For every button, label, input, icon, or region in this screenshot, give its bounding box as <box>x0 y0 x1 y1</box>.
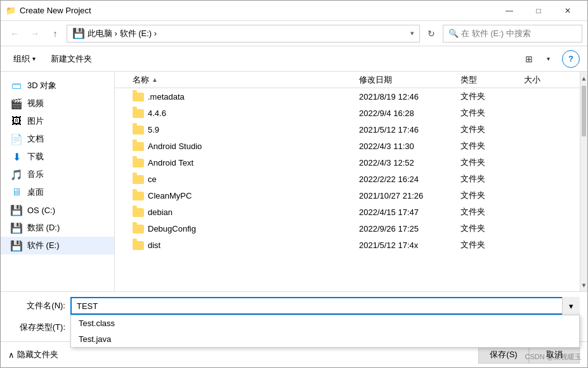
new-folder-button[interactable]: 新建文件夹 <box>46 51 97 67</box>
file-row[interactable]: CleanMyPC 2021/10/27 21:26 文件夹 <box>115 187 580 204</box>
video-icon: 🎬 <box>11 98 22 109</box>
folder-icon <box>133 223 144 233</box>
main-content: 🗃 3D 对象 🎬 视频 🖼 图片 📄 文档 ⬇ 下载 🎵 音乐 <box>1 72 587 291</box>
hidden-toggle-icon: ∧ <box>8 350 15 360</box>
address-box[interactable]: 💾 此电脑 › 软件 (E:) › ▾ <box>67 25 420 43</box>
refresh-button[interactable]: ↻ <box>422 25 440 43</box>
file-row[interactable]: debian 2022/4/15 17:47 文件夹 <box>115 204 580 220</box>
scroll-thumb[interactable] <box>582 86 586 136</box>
file-type: 文件夹 <box>461 107 524 119</box>
file-date: 2021/5/12 17:4x <box>359 240 461 250</box>
file-type: 文件夹 <box>461 239 524 251</box>
scroll-up-button[interactable]: ▲ <box>580 72 587 84</box>
filetype-label: 保存类型(T): <box>8 322 65 333</box>
sidebar-item-music[interactable]: 🎵 音乐 <box>1 166 114 183</box>
file-list: .metadata 2021/8/19 12:46 文件夹 4.4.6 2022… <box>115 88 580 291</box>
file-date: 2021/8/19 12:46 <box>359 92 461 102</box>
hidden-files-toggle[interactable]: ∧ 隐藏文件夹 <box>8 349 58 360</box>
file-row[interactable]: .metadata 2021/8/19 12:46 文件夹 <box>115 88 580 105</box>
sidebar-item-downloads[interactable]: ⬇ 下载 <box>1 148 114 166</box>
folder-icon <box>133 108 144 118</box>
file-date: 2022/4/3 11:30 <box>359 141 461 151</box>
search-input[interactable] <box>461 29 577 38</box>
folder-icon <box>133 91 144 102</box>
view-button[interactable]: ⊞ <box>520 50 538 68</box>
filename-input[interactable] <box>70 297 580 315</box>
col-size-header[interactable]: 大小 <box>524 74 575 86</box>
file-row[interactable]: Android Studio 2022/4/3 11:30 文件夹 <box>115 138 580 154</box>
sidebar-item-3d[interactable]: 🗃 3D 对象 <box>1 77 114 95</box>
osdrive-icon: 💾 <box>11 204 22 216</box>
sidebar-label-documents: 文档 <box>27 133 44 145</box>
save-button[interactable]: 保存(S) <box>478 346 529 364</box>
minimize-button[interactable]: — <box>495 1 524 21</box>
new-folder-label: 新建文件夹 <box>51 53 92 65</box>
autocomplete-item[interactable]: Test.java <box>71 331 579 347</box>
scroll-down-button[interactable]: ▼ <box>580 279 587 291</box>
file-name: .metadata <box>148 92 359 102</box>
sidebar-label-osdrive: OS (C:) <box>27 206 55 215</box>
file-name: DebugConfig <box>148 224 359 233</box>
up-button[interactable]: ↑ <box>46 25 64 43</box>
datadrive-icon: 💾 <box>11 222 22 233</box>
file-row[interactable]: 5.9 2021/5/12 17:46 文件夹 <box>115 121 580 138</box>
sidebar-item-desktop[interactable]: 🖥 桌面 <box>1 183 114 201</box>
filename-row: 文件名(N): ▾ Test.class Test.java <box>8 297 580 315</box>
file-name: Android Text <box>148 158 359 168</box>
sidebar-item-osdrive[interactable]: 💾 OS (C:) <box>1 201 114 219</box>
file-type: 文件夹 <box>461 140 524 152</box>
search-box[interactable]: 🔍 <box>443 25 582 43</box>
watermark: CSDN @某视暖玉 <box>525 352 582 362</box>
file-area: 名称 ▲ 修改日期 类型 大小 .metadata 2021/8/19 12:4… <box>115 72 580 291</box>
col-date-header[interactable]: 修改日期 <box>359 74 461 86</box>
sidebar-item-video[interactable]: 🎬 视频 <box>1 95 114 112</box>
sidebar: 🗃 3D 对象 🎬 视频 🖼 图片 📄 文档 ⬇ 下载 🎵 音乐 <box>1 72 115 291</box>
sidebar-label-pictures: 图片 <box>27 115 44 127</box>
sidebar-item-documents[interactable]: 📄 文档 <box>1 130 114 148</box>
sidebar-label-3d: 3D 对象 <box>27 80 56 91</box>
forward-button[interactable]: → <box>26 25 44 43</box>
view-controls: ⊞ ▾ <box>520 50 557 68</box>
sidebar-item-pictures[interactable]: 🖼 图片 <box>1 112 114 130</box>
col-type-header[interactable]: 类型 <box>461 74 524 86</box>
file-name: ce <box>148 174 359 184</box>
view-chevron-button[interactable]: ▾ <box>539 50 557 68</box>
3d-icon: 🗃 <box>11 80 22 91</box>
file-row[interactable]: 4.4.6 2022/9/4 16:28 文件夹 <box>115 105 580 121</box>
file-date: 2022/2/22 16:24 <box>359 174 461 184</box>
autocomplete-item[interactable]: Test.class <box>71 315 579 331</box>
sidebar-label-video: 视频 <box>27 98 44 109</box>
sidebar-label-desktop: 桌面 <box>27 187 44 198</box>
close-button[interactable]: ✕ <box>553 1 582 21</box>
organize-chevron-icon: ▾ <box>32 55 36 62</box>
organize-button[interactable]: 组织 ▾ <box>8 51 41 67</box>
autocomplete-dropdown: Test.class Test.java <box>70 315 580 348</box>
file-row[interactable]: DebugConfig 2022/9/26 17:25 文件夹 <box>115 220 580 237</box>
titlebar: 📁 Create New Project — □ ✕ <box>1 1 587 21</box>
softwaredrive-icon: 💾 <box>11 240 22 251</box>
search-icon: 🔍 <box>448 29 459 38</box>
file-row[interactable]: Android Text 2022/4/3 12:52 文件夹 <box>115 154 580 171</box>
col-name-header[interactable]: 名称 ▲ <box>133 74 359 86</box>
folder-icon <box>133 190 144 200</box>
file-name: dist <box>148 240 359 250</box>
window-title: Create New Project <box>20 6 495 15</box>
file-row[interactable]: ce 2022/2/22 16:24 文件夹 <box>115 171 580 187</box>
back-button[interactable]: ← <box>6 25 23 43</box>
filename-dropdown-button[interactable]: ▾ <box>562 297 580 315</box>
file-type: 文件夹 <box>461 206 524 218</box>
file-type: 文件夹 <box>461 91 524 102</box>
file-name: 5.9 <box>148 125 359 135</box>
folder-icon <box>133 141 144 151</box>
sidebar-item-datadrive[interactable]: 💾 数据 (D:) <box>1 219 114 237</box>
file-date: 2022/9/4 16:28 <box>359 108 461 118</box>
help-button[interactable]: ? <box>562 50 580 68</box>
filename-input-wrapper: ▾ Test.class Test.java <box>70 297 580 315</box>
toolbar: 组织 ▾ 新建文件夹 ⊞ ▾ ? <box>1 46 587 72</box>
file-row[interactable]: dist 2021/5/12 17:4x 文件夹 <box>115 237 580 253</box>
address-chevron-icon: ▾ <box>410 29 414 37</box>
sidebar-item-softwaredrive[interactable]: 💾 软件 (E:) <box>1 237 114 254</box>
maximize-button[interactable]: □ <box>524 1 553 21</box>
file-date: 2021/5/12 17:46 <box>359 125 461 135</box>
vertical-scrollbar[interactable]: ▲ ▼ <box>580 72 587 291</box>
